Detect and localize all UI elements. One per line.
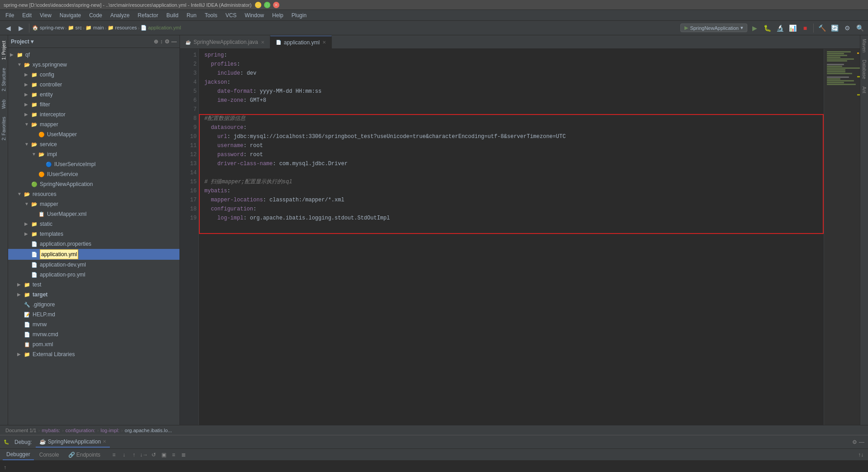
breadcrumb-resources[interactable]: 📁 resources bbox=[108, 25, 137, 31]
tree-item-filter[interactable]: ▶📁filter bbox=[8, 100, 179, 110]
bc-mybatis[interactable]: mybatis: bbox=[42, 428, 60, 433]
menu-item-navigate[interactable]: Navigate bbox=[56, 11, 85, 19]
coverage-button[interactable]: 🔬 bbox=[774, 23, 785, 33]
tree-item-application-pro-yml[interactable]: 📄application-pro.yml bbox=[8, 270, 179, 280]
tree-item-interceptor[interactable]: ▶📁interceptor bbox=[8, 110, 179, 119]
menu-item-edit[interactable]: Edit bbox=[19, 11, 35, 19]
tree-item-qf[interactable]: ▶📁qf bbox=[8, 50, 179, 60]
right-tab-maven[interactable]: Maven bbox=[861, 35, 868, 56]
tree-item-application-properties[interactable]: 📄application.properties bbox=[8, 239, 179, 249]
tree-item-test[interactable]: ▶📁test bbox=[8, 280, 179, 290]
run-button[interactable]: ▶ bbox=[749, 23, 760, 33]
tree-item-config[interactable]: ▶📁config bbox=[8, 70, 179, 80]
tree-item-mvnw[interactable]: 📄mvnw bbox=[8, 319, 179, 329]
breadcrumb-root[interactable]: 🏠 spring-new bbox=[32, 25, 64, 31]
tree-item-target[interactable]: ▶📁target bbox=[8, 290, 179, 300]
menu-item-build[interactable]: Build bbox=[163, 11, 182, 19]
frames-button[interactable]: ▣ bbox=[159, 450, 168, 459]
stop-button[interactable]: ■ bbox=[800, 23, 811, 33]
sidebar-tab-web[interactable]: Web bbox=[0, 96, 7, 112]
step-out-button[interactable]: ↑ bbox=[129, 450, 138, 459]
forward-button[interactable]: ▶ bbox=[15, 23, 26, 33]
tree-item-External-Libraries[interactable]: ▶📁External Libraries bbox=[8, 349, 179, 359]
settings-debug-icon[interactable]: ⚙ bbox=[852, 439, 857, 445]
minimize-panel-icon[interactable]: — bbox=[171, 38, 177, 45]
tree-item-UserMapper-xml[interactable]: 📋UserMapper.xml bbox=[8, 209, 179, 219]
tree-item-entity[interactable]: ▶📁entity bbox=[8, 90, 179, 100]
run-config-selector[interactable]: ▶ SpringNewApplication ▾ bbox=[680, 24, 747, 32]
tree-item-IUserService[interactable]: 🟠IUserService bbox=[8, 169, 179, 179]
menu-item-vcs[interactable]: VCS bbox=[222, 11, 241, 19]
run-to-cursor-button[interactable]: ↓→ bbox=[139, 450, 148, 459]
variables-button[interactable]: ≡ bbox=[169, 450, 178, 459]
sidebar-tab-structure[interactable]: 2: Structure bbox=[0, 64, 7, 95]
tree-item-SpringNewApplication[interactable]: 🟢SpringNewApplication bbox=[8, 179, 179, 189]
tree-item-resources[interactable]: ▼📂resources bbox=[8, 189, 179, 199]
bottom-tab-debugger[interactable]: ☕ SpringNewApplication ✕ bbox=[36, 437, 110, 448]
console-tab[interactable]: Console bbox=[36, 450, 63, 460]
endpoints-tab[interactable]: 🔗Endpoints bbox=[65, 450, 104, 460]
debugger-tab[interactable]: Debugger bbox=[3, 449, 34, 460]
watches-button[interactable]: ≣ bbox=[179, 450, 188, 459]
sidebar-tab-favorites[interactable]: 2: Favorites bbox=[0, 113, 7, 144]
tree-item-xys-springnew[interactable]: ▼📂xys.springnew bbox=[8, 60, 179, 70]
menu-item-run[interactable]: Run bbox=[183, 11, 200, 19]
tree-item-application-dev-yml[interactable]: 📄application-dev.yml bbox=[8, 260, 179, 270]
tree-item--gitignore[interactable]: 🔧.gitignore bbox=[8, 300, 179, 310]
collapse-icon[interactable]: ↕ bbox=[160, 38, 163, 45]
debug-session-close[interactable]: ✕ bbox=[103, 439, 106, 444]
close-button[interactable]: ✕ bbox=[273, 2, 279, 8]
tree-item-UserMapper[interactable]: 🟠UserMapper bbox=[8, 129, 179, 139]
build-button[interactable]: 🔨 bbox=[816, 23, 827, 33]
maximize-button[interactable]: □ bbox=[264, 2, 270, 8]
tab-spring-app-close[interactable]: ✕ bbox=[261, 40, 264, 45]
breadcrumb-src[interactable]: 📁 src bbox=[68, 25, 82, 31]
tree-item-mvnw-cmd[interactable]: 📄mvnw.cmd bbox=[8, 329, 179, 339]
menu-item-code[interactable]: Code bbox=[85, 11, 106, 19]
tab-spring-app[interactable]: ☕ SpringNewApplication.java ✕ bbox=[180, 36, 270, 48]
tree-item-service[interactable]: ▼📂service bbox=[8, 139, 179, 149]
expand-debug-panel-button[interactable]: ↑↓ bbox=[856, 450, 865, 459]
menu-item-tools[interactable]: Tools bbox=[201, 11, 221, 19]
menu-item-file[interactable]: File bbox=[2, 11, 18, 19]
step-into-button[interactable]: ↓ bbox=[119, 450, 128, 459]
tab-application-yml-close[interactable]: ✕ bbox=[322, 40, 326, 45]
sidebar-tab-project[interactable]: 1: Project bbox=[0, 37, 7, 63]
bc-configuration[interactable]: configuration: bbox=[66, 428, 95, 433]
sync-button[interactable]: 🔄 bbox=[829, 23, 840, 33]
tree-item-static[interactable]: ▶📁static bbox=[8, 219, 179, 229]
tree-item-impl[interactable]: ▼📂impl bbox=[8, 149, 179, 159]
tree-item-HELP-md[interactable]: 📝HELP.md bbox=[8, 310, 179, 319]
tab-application-yml[interactable]: 📄 application.yml ✕ bbox=[270, 36, 332, 48]
minimize-button[interactable]: — bbox=[255, 2, 261, 8]
tree-item-mapper[interactable]: ▼📂mapper bbox=[8, 119, 179, 129]
tree-item-application-yml[interactable]: 📄application.yml bbox=[8, 249, 179, 260]
tree-item-mapper[interactable]: ▼📂mapper bbox=[8, 199, 179, 209]
search-everywhere-button[interactable]: 🔍 bbox=[854, 23, 865, 33]
debug-button[interactable]: 🐛 bbox=[762, 23, 773, 33]
menu-item-help[interactable]: Help bbox=[269, 11, 287, 19]
right-tab-ant[interactable]: Ant bbox=[861, 83, 868, 97]
tree-item-templates[interactable]: ▶📁templates bbox=[8, 229, 179, 239]
settings-button[interactable]: ⚙ bbox=[842, 23, 853, 33]
menu-item-refactor[interactable]: Refactor bbox=[134, 11, 162, 19]
menu-item-plugin[interactable]: Plugin bbox=[288, 11, 310, 19]
tree-item-IUserServiceImpl[interactable]: 🔵IUserServiceImpl bbox=[8, 159, 179, 169]
back-button[interactable]: ◀ bbox=[3, 23, 14, 33]
breadcrumb-main[interactable]: 📁 main bbox=[85, 25, 104, 31]
breadcrumb-file[interactable]: 📄 application.yml bbox=[141, 25, 181, 31]
right-tab-database[interactable]: Database bbox=[861, 56, 868, 83]
step-over-button[interactable]: ≡ bbox=[109, 450, 118, 459]
add-icon[interactable]: ⊕ bbox=[154, 38, 158, 45]
up-arrow-button[interactable]: ↑ bbox=[4, 462, 864, 471]
close-debug-icon[interactable]: — bbox=[859, 439, 864, 445]
bc-logimpl[interactable]: log-impl: bbox=[101, 428, 120, 433]
menu-item-window[interactable]: Window bbox=[241, 11, 268, 19]
code-editor[interactable]: 12345678910111213141516171819 spring: pr… bbox=[180, 49, 860, 425]
gear-icon[interactable]: ⚙ bbox=[165, 38, 170, 45]
menu-item-analyze[interactable]: Analyze bbox=[107, 11, 133, 19]
menu-item-view[interactable]: View bbox=[36, 11, 55, 19]
tree-item-controller[interactable]: ▶📁controller bbox=[8, 80, 179, 90]
tree-item-pom-xml[interactable]: 📋pom.xml bbox=[8, 339, 179, 349]
code-content[interactable]: spring: profiles: include: devjackson: d… bbox=[199, 49, 824, 425]
